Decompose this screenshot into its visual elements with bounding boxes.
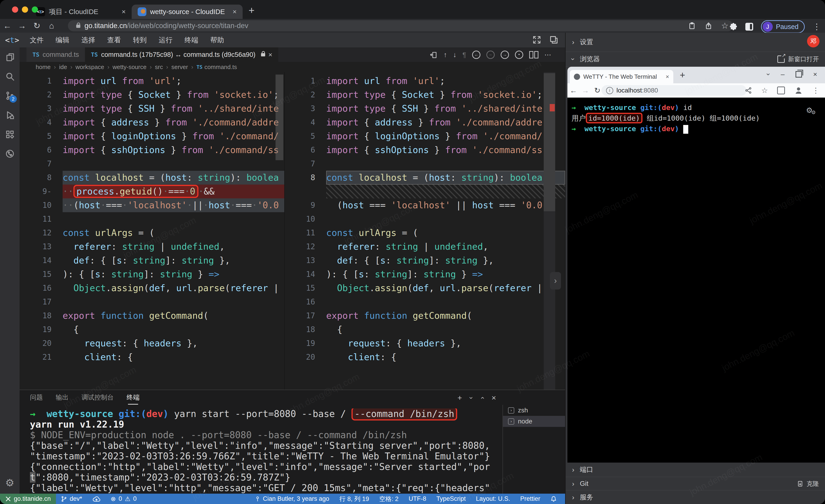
overview-ruler[interactable] [544,72,555,390]
section-settings[interactable]: › 设置 邓 [566,33,825,52]
close-icon[interactable]: × [269,51,273,59]
breadcrumb-item[interactable]: workspace [76,64,104,71]
browser-tab-wetty-source[interactable]: wetty-source - CloudIDE × [132,5,243,19]
source-control-icon[interactable]: 2 [0,86,19,105]
forward-icon[interactable]: → [15,21,29,30]
section-services[interactable]: › 服务 [566,490,825,504]
browser-menu-icon[interactable]: ⋮ [812,86,820,95]
breadcrumb-item[interactable]: ide [59,64,67,71]
current-diff-icon[interactable]: – [486,51,495,59]
close-window-button[interactable] [12,6,18,13]
close-icon[interactable]: × [666,73,669,80]
menu-edit[interactable]: 编辑 [50,35,75,45]
git-branch-status[interactable]: dev* [56,494,87,504]
open-file-icon[interactable] [430,51,438,59]
new-terminal-icon[interactable]: + [457,393,462,402]
panel-collapse-handle[interactable]: › [550,272,561,289]
split-editor-icon[interactable] [529,51,538,59]
window-controls[interactable] [12,6,38,13]
menu-terminal[interactable]: 终端 [178,35,204,45]
prev-change-arrow-icon[interactable]: ↑ [444,51,447,59]
side-panel-icon[interactable] [777,87,785,94]
share-icon[interactable] [745,87,752,94]
back-icon[interactable]: ← [568,86,579,95]
git-blame[interactable]: Cian Butler, 3 years ago [255,495,329,502]
explorer-icon[interactable] [0,48,19,67]
restore-icon[interactable] [796,71,802,78]
remote-indicator[interactable]: go.titanide.cn [0,494,56,504]
terminal-dropdown-icon[interactable]: › [467,397,475,399]
fullscreen-icon[interactable] [532,35,541,44]
breadcrumb-item[interactable]: server [171,64,188,71]
embedded-browser-tab[interactable]: WeTTY - The Web Terminal × [570,70,673,83]
zoom-window-button[interactable] [32,6,38,13]
chevron-down-icon[interactable]: › [765,73,772,76]
close-icon[interactable]: × [122,8,126,16]
home-icon[interactable]: ⌂ [44,21,59,30]
breadcrumb-file[interactable]: command.ts [204,64,237,71]
menu-help[interactable]: 帮助 [204,35,230,45]
browser-tab-project[interactable]: <t> 项目 - CloudIDE × [30,5,132,19]
open-new-window-button[interactable]: 新窗口打开 [777,55,819,63]
share-icon[interactable] [704,22,712,30]
tab-debug-console[interactable]: 调试控制台 [81,393,114,402]
layout-icon[interactable] [549,35,558,44]
next-diff-icon[interactable]: → [501,51,509,59]
search-icon[interactable] [0,67,19,86]
menu-goto[interactable]: 转到 [127,35,153,45]
close-panel-icon[interactable]: × [492,393,496,402]
gitlens-icon[interactable] [0,144,19,163]
keyboard-layout[interactable]: Layout: U.S. [476,495,510,502]
language-mode[interactable]: TypeScript [437,495,466,502]
side-panel-icon[interactable] [745,23,753,30]
tab-output[interactable]: 输出 [56,393,69,402]
more-actions-icon[interactable]: ⋯ [544,51,551,59]
previous-diff-icon[interactable]: ← [472,51,480,59]
indent-setting[interactable]: 空格: 2 [379,495,398,503]
run-debug-icon[interactable] [0,105,19,125]
scrollbar[interactable] [276,75,283,160]
save-clipboard-icon[interactable] [688,22,696,30]
bookmark-star-icon[interactable]: ☆ [761,86,768,95]
profile-icon[interactable] [794,86,803,95]
back-icon[interactable]: ← [0,21,15,30]
diff-modified-pane[interactable]: 1import url from 'url';2import type { So… [285,72,565,390]
breadcrumb[interactable]: home› ide› workspace› wetty-source› src›… [19,62,565,72]
tab-problems[interactable]: 问题 [30,393,43,402]
section-browser[interactable]: › 浏览器 新窗口打开 [566,52,825,67]
problems-status[interactable]: ⊗0 ⚠0 [106,494,142,504]
browser-menu-icon[interactable]: ⋮ [813,22,821,31]
menu-run[interactable]: 运行 [153,35,178,45]
diff-original-pane[interactable]: 1import url from 'url';2import type { So… [19,72,285,390]
menu-file[interactable]: 文件 [24,35,50,45]
sync-status[interactable] [87,494,106,504]
terminal-instance-node[interactable]: › node [503,416,565,427]
new-tab-button[interactable]: + [248,5,254,16]
minimize-icon[interactable]: – [781,70,785,78]
tab-terminal[interactable]: 终端 [127,393,140,402]
bookmark-star-icon[interactable]: ☆ [721,21,729,30]
minimize-window-button[interactable] [22,6,28,13]
cursor-position[interactable]: 行 8, 列 19 [339,495,369,503]
wetty-terminal[interactable]: → wetty-source git:(dev) id用户id=1000(ide… [568,98,825,463]
close-icon[interactable]: × [232,8,237,16]
encoding[interactable]: UTF-8 [408,495,426,502]
breadcrumb-item[interactable]: src [155,64,163,71]
editor-tab-command[interactable]: TS command.ts [26,48,85,62]
user-avatar-badge[interactable]: 邓 [807,35,820,48]
section-git[interactable]: › Git 克隆 [566,477,825,490]
commit-icon[interactable]: • [515,51,523,59]
menu-view[interactable]: 查看 [101,35,127,45]
wetty-settings-gear-icon[interactable]: ⚙⚙ [806,106,817,114]
breadcrumb-item[interactable]: home [36,64,51,71]
close-icon[interactable]: × [813,70,817,78]
section-ports[interactable]: › 端口 [566,463,825,477]
editor-tab-diff[interactable]: TS command.ts (17b75c98) ↔ command.ts (d… [85,48,278,62]
maximize-panel-icon[interactable]: › [478,397,486,399]
clone-button[interactable]: 克隆 [797,480,819,488]
terminal-instance-zsh[interactable]: › zsh [503,405,565,416]
extensions-puzzle-icon[interactable] [729,22,738,31]
whitespace-icon[interactable]: ¶ [462,51,466,59]
next-change-arrow-icon[interactable]: ↓ [453,51,456,59]
terminal-output[interactable]: → wetty-source git:(dev) yarn start --po… [30,409,501,494]
